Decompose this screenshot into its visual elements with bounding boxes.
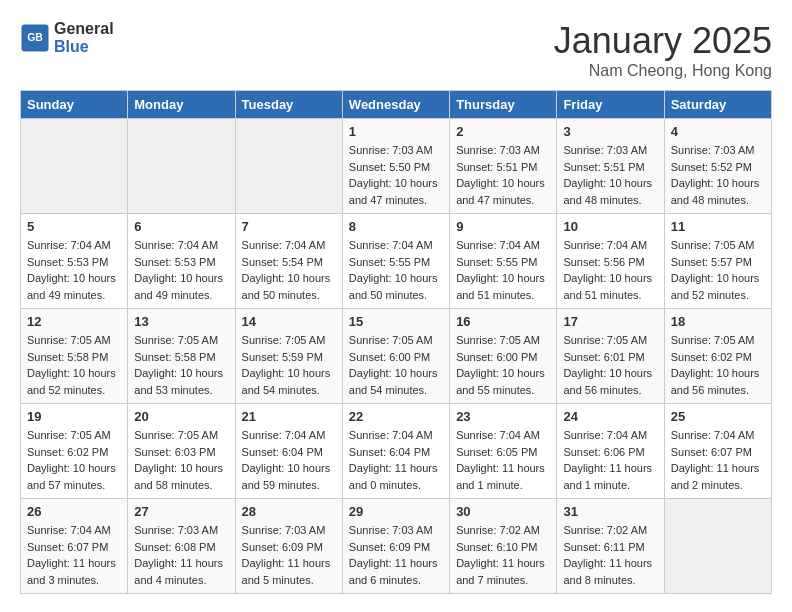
- day-cell: 29Sunrise: 7:03 AMSunset: 6:09 PMDayligh…: [342, 499, 449, 594]
- day-number: 5: [27, 219, 121, 234]
- day-number: 19: [27, 409, 121, 424]
- day-cell: 19Sunrise: 7:05 AMSunset: 6:02 PMDayligh…: [21, 404, 128, 499]
- week-row-3: 12Sunrise: 7:05 AMSunset: 5:58 PMDayligh…: [21, 309, 772, 404]
- day-info: Sunrise: 7:05 AMSunset: 5:57 PMDaylight:…: [671, 237, 765, 303]
- day-number: 27: [134, 504, 228, 519]
- week-row-2: 5Sunrise: 7:04 AMSunset: 5:53 PMDaylight…: [21, 214, 772, 309]
- day-number: 17: [563, 314, 657, 329]
- day-number: 23: [456, 409, 550, 424]
- day-number: 10: [563, 219, 657, 234]
- day-cell: 30Sunrise: 7:02 AMSunset: 6:10 PMDayligh…: [450, 499, 557, 594]
- day-cell: 18Sunrise: 7:05 AMSunset: 6:02 PMDayligh…: [664, 309, 771, 404]
- day-number: 14: [242, 314, 336, 329]
- day-info: Sunrise: 7:05 AMSunset: 6:03 PMDaylight:…: [134, 427, 228, 493]
- day-cell: 21Sunrise: 7:04 AMSunset: 6:04 PMDayligh…: [235, 404, 342, 499]
- day-number: 13: [134, 314, 228, 329]
- day-cell: 28Sunrise: 7:03 AMSunset: 6:09 PMDayligh…: [235, 499, 342, 594]
- day-cell: 6Sunrise: 7:04 AMSunset: 5:53 PMDaylight…: [128, 214, 235, 309]
- day-number: 4: [671, 124, 765, 139]
- day-cell: 26Sunrise: 7:04 AMSunset: 6:07 PMDayligh…: [21, 499, 128, 594]
- day-cell: 3Sunrise: 7:03 AMSunset: 5:51 PMDaylight…: [557, 119, 664, 214]
- day-cell: [128, 119, 235, 214]
- day-number: 28: [242, 504, 336, 519]
- day-cell: 16Sunrise: 7:05 AMSunset: 6:00 PMDayligh…: [450, 309, 557, 404]
- day-info: Sunrise: 7:04 AMSunset: 6:07 PMDaylight:…: [671, 427, 765, 493]
- logo-blue: Blue: [54, 38, 89, 55]
- header-day-friday: Friday: [557, 91, 664, 119]
- day-number: 18: [671, 314, 765, 329]
- logo-general: General: [54, 20, 114, 37]
- day-cell: 23Sunrise: 7:04 AMSunset: 6:05 PMDayligh…: [450, 404, 557, 499]
- day-info: Sunrise: 7:03 AMSunset: 6:09 PMDaylight:…: [349, 522, 443, 588]
- day-number: 2: [456, 124, 550, 139]
- day-info: Sunrise: 7:04 AMSunset: 5:54 PMDaylight:…: [242, 237, 336, 303]
- day-number: 31: [563, 504, 657, 519]
- day-cell: 4Sunrise: 7:03 AMSunset: 5:52 PMDaylight…: [664, 119, 771, 214]
- calendar-table: SundayMondayTuesdayWednesdayThursdayFrid…: [20, 90, 772, 594]
- week-row-5: 26Sunrise: 7:04 AMSunset: 6:07 PMDayligh…: [21, 499, 772, 594]
- day-cell: 7Sunrise: 7:04 AMSunset: 5:54 PMDaylight…: [235, 214, 342, 309]
- calendar-header: SundayMondayTuesdayWednesdayThursdayFrid…: [21, 91, 772, 119]
- logo-icon: GB: [20, 23, 50, 53]
- day-number: 16: [456, 314, 550, 329]
- header-row: SundayMondayTuesdayWednesdayThursdayFrid…: [21, 91, 772, 119]
- header-day-thursday: Thursday: [450, 91, 557, 119]
- header-day-wednesday: Wednesday: [342, 91, 449, 119]
- header-day-sunday: Sunday: [21, 91, 128, 119]
- day-number: 12: [27, 314, 121, 329]
- page-header: GB General Blue January 2025 Nam Cheong,…: [20, 20, 772, 80]
- svg-text:GB: GB: [27, 31, 43, 43]
- day-cell: 27Sunrise: 7:03 AMSunset: 6:08 PMDayligh…: [128, 499, 235, 594]
- day-cell: [235, 119, 342, 214]
- day-number: 9: [456, 219, 550, 234]
- day-number: 22: [349, 409, 443, 424]
- day-number: 26: [27, 504, 121, 519]
- day-info: Sunrise: 7:03 AMSunset: 6:08 PMDaylight:…: [134, 522, 228, 588]
- title-block: January 2025 Nam Cheong, Hong Kong: [554, 20, 772, 80]
- day-info: Sunrise: 7:05 AMSunset: 5:58 PMDaylight:…: [134, 332, 228, 398]
- day-cell: 24Sunrise: 7:04 AMSunset: 6:06 PMDayligh…: [557, 404, 664, 499]
- day-cell: 20Sunrise: 7:05 AMSunset: 6:03 PMDayligh…: [128, 404, 235, 499]
- day-cell: 1Sunrise: 7:03 AMSunset: 5:50 PMDaylight…: [342, 119, 449, 214]
- day-info: Sunrise: 7:03 AMSunset: 5:52 PMDaylight:…: [671, 142, 765, 208]
- day-info: Sunrise: 7:05 AMSunset: 5:58 PMDaylight:…: [27, 332, 121, 398]
- day-info: Sunrise: 7:04 AMSunset: 6:04 PMDaylight:…: [349, 427, 443, 493]
- day-number: 21: [242, 409, 336, 424]
- day-number: 6: [134, 219, 228, 234]
- day-cell: 12Sunrise: 7:05 AMSunset: 5:58 PMDayligh…: [21, 309, 128, 404]
- day-info: Sunrise: 7:03 AMSunset: 5:50 PMDaylight:…: [349, 142, 443, 208]
- header-day-saturday: Saturday: [664, 91, 771, 119]
- day-cell: 13Sunrise: 7:05 AMSunset: 5:58 PMDayligh…: [128, 309, 235, 404]
- logo: GB General Blue: [20, 20, 114, 56]
- day-info: Sunrise: 7:02 AMSunset: 6:11 PMDaylight:…: [563, 522, 657, 588]
- week-row-1: 1Sunrise: 7:03 AMSunset: 5:50 PMDaylight…: [21, 119, 772, 214]
- day-cell: 2Sunrise: 7:03 AMSunset: 5:51 PMDaylight…: [450, 119, 557, 214]
- header-day-monday: Monday: [128, 91, 235, 119]
- day-cell: 5Sunrise: 7:04 AMSunset: 5:53 PMDaylight…: [21, 214, 128, 309]
- day-info: Sunrise: 7:04 AMSunset: 6:06 PMDaylight:…: [563, 427, 657, 493]
- header-day-tuesday: Tuesday: [235, 91, 342, 119]
- day-info: Sunrise: 7:05 AMSunset: 6:00 PMDaylight:…: [456, 332, 550, 398]
- day-cell: 31Sunrise: 7:02 AMSunset: 6:11 PMDayligh…: [557, 499, 664, 594]
- day-info: Sunrise: 7:04 AMSunset: 6:07 PMDaylight:…: [27, 522, 121, 588]
- day-cell: 17Sunrise: 7:05 AMSunset: 6:01 PMDayligh…: [557, 309, 664, 404]
- day-info: Sunrise: 7:03 AMSunset: 5:51 PMDaylight:…: [456, 142, 550, 208]
- day-cell: 25Sunrise: 7:04 AMSunset: 6:07 PMDayligh…: [664, 404, 771, 499]
- calendar-body: 1Sunrise: 7:03 AMSunset: 5:50 PMDaylight…: [21, 119, 772, 594]
- day-info: Sunrise: 7:04 AMSunset: 5:55 PMDaylight:…: [456, 237, 550, 303]
- day-cell: 15Sunrise: 7:05 AMSunset: 6:00 PMDayligh…: [342, 309, 449, 404]
- day-info: Sunrise: 7:05 AMSunset: 6:02 PMDaylight:…: [27, 427, 121, 493]
- day-info: Sunrise: 7:05 AMSunset: 6:01 PMDaylight:…: [563, 332, 657, 398]
- day-info: Sunrise: 7:05 AMSunset: 6:00 PMDaylight:…: [349, 332, 443, 398]
- day-number: 3: [563, 124, 657, 139]
- day-cell: 14Sunrise: 7:05 AMSunset: 5:59 PMDayligh…: [235, 309, 342, 404]
- day-number: 15: [349, 314, 443, 329]
- day-cell: 11Sunrise: 7:05 AMSunset: 5:57 PMDayligh…: [664, 214, 771, 309]
- day-cell: 8Sunrise: 7:04 AMSunset: 5:55 PMDaylight…: [342, 214, 449, 309]
- day-number: 8: [349, 219, 443, 234]
- day-info: Sunrise: 7:04 AMSunset: 6:04 PMDaylight:…: [242, 427, 336, 493]
- month-title: January 2025: [554, 20, 772, 62]
- day-number: 29: [349, 504, 443, 519]
- day-info: Sunrise: 7:04 AMSunset: 5:56 PMDaylight:…: [563, 237, 657, 303]
- day-number: 11: [671, 219, 765, 234]
